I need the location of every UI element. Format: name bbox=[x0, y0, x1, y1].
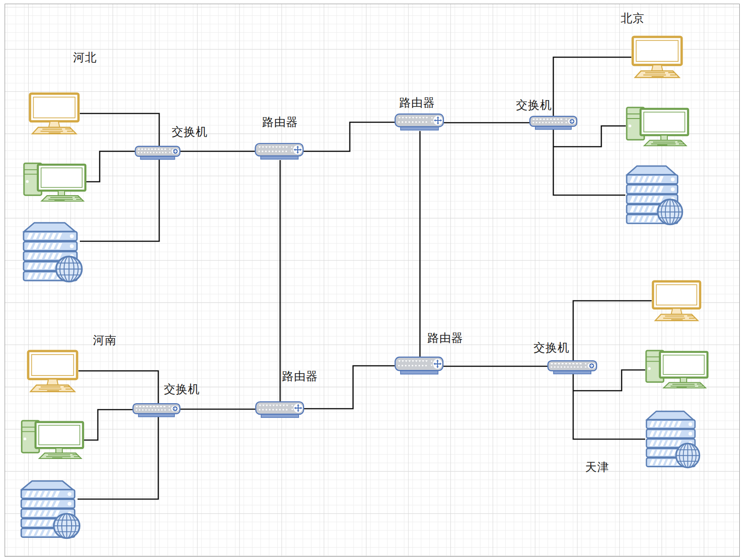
label-switch-hebei[interactable]: 交换机 bbox=[172, 125, 208, 138]
server-tianjin-icon[interactable] bbox=[647, 411, 700, 468]
label-router-top-middle[interactable]: 路由器 bbox=[399, 96, 435, 109]
desktop-screen bbox=[660, 352, 707, 378]
monitor-screen bbox=[653, 281, 700, 309]
server-led bbox=[70, 244, 74, 248]
power-led bbox=[26, 180, 29, 183]
label-router-hebei[interactable]: 路由器 bbox=[262, 115, 298, 128]
monitor-screen bbox=[30, 94, 78, 121]
desktop-stand bbox=[680, 378, 687, 383]
router-hebei-icon[interactable] bbox=[255, 143, 303, 159]
label-switch-tianjin[interactable]: 交换机 bbox=[533, 341, 569, 354]
monitor-stand bbox=[652, 65, 663, 71]
server-led bbox=[67, 492, 72, 496]
region-label-henan[interactable]: 河南 bbox=[93, 334, 117, 346]
server-unit bbox=[627, 185, 677, 194]
server-beijing-icon[interactable] bbox=[627, 166, 683, 225]
server-top bbox=[24, 223, 75, 232]
globe-icon bbox=[56, 256, 82, 282]
server-top bbox=[627, 166, 676, 175]
server-led bbox=[70, 234, 74, 238]
desktop-beijing-icon[interactable] bbox=[627, 107, 688, 146]
desktop-screen bbox=[641, 109, 688, 135]
server-top bbox=[647, 411, 694, 420]
label-switch-beijing[interactable]: 交换机 bbox=[516, 98, 552, 111]
region-label-tianjin[interactable]: 天津 bbox=[585, 460, 609, 473]
desktop-stand bbox=[56, 448, 62, 453]
monitor-hebei-icon[interactable] bbox=[30, 94, 78, 134]
monitor-stand bbox=[49, 121, 60, 127]
power-led bbox=[629, 125, 631, 127]
router-top-middle-icon[interactable] bbox=[395, 114, 443, 130]
desktop-hebei-icon[interactable] bbox=[24, 163, 85, 201]
switch-tianjin-icon[interactable] bbox=[548, 361, 597, 374]
server-led bbox=[671, 178, 675, 181]
server-unit bbox=[21, 500, 75, 508]
router-bottom-middle-icon[interactable] bbox=[395, 357, 443, 374]
desktop-screen bbox=[38, 165, 85, 191]
monitor-screen bbox=[28, 351, 77, 379]
server-top bbox=[22, 481, 73, 489]
monitor-tianjin-icon[interactable] bbox=[653, 281, 700, 321]
monitor-screen bbox=[633, 37, 682, 65]
monitor-stand bbox=[671, 309, 682, 315]
server-henan-icon[interactable] bbox=[21, 481, 79, 538]
server-led bbox=[67, 502, 72, 506]
region-label-beijing[interactable]: 北京 bbox=[621, 12, 645, 24]
server-unit bbox=[21, 490, 75, 499]
monitor-stand bbox=[47, 379, 58, 385]
monitor-beijing-icon[interactable] bbox=[633, 37, 682, 77]
server-led bbox=[671, 187, 675, 191]
server-unit bbox=[24, 242, 77, 250]
node-layer bbox=[0, 0, 743, 560]
server-unit bbox=[627, 175, 677, 184]
desktop-screen bbox=[36, 422, 83, 448]
switch-henan-icon[interactable] bbox=[133, 404, 180, 417]
desktop-stand bbox=[58, 191, 65, 196]
server-unit bbox=[647, 420, 695, 429]
router-henan-icon[interactable] bbox=[256, 402, 304, 417]
switch-beijing-icon[interactable] bbox=[530, 116, 577, 129]
label-router-bottom-middle[interactable]: 路由器 bbox=[427, 331, 463, 344]
power-led bbox=[648, 367, 651, 370]
label-switch-henan[interactable]: 交换机 bbox=[164, 382, 200, 395]
server-led bbox=[689, 432, 692, 435]
server-unit bbox=[24, 232, 77, 240]
desktop-stand bbox=[661, 135, 667, 140]
monitor-henan-icon[interactable] bbox=[28, 351, 77, 392]
desktop-tianjin-icon[interactable] bbox=[646, 351, 707, 388]
desktop-henan-icon[interactable] bbox=[22, 421, 83, 459]
switch-hebei-icon[interactable] bbox=[135, 146, 180, 159]
label-router-henan[interactable]: 路由器 bbox=[282, 369, 318, 382]
server-led bbox=[689, 423, 692, 426]
power-led bbox=[24, 438, 26, 441]
globe-icon bbox=[54, 514, 80, 538]
globe-icon bbox=[658, 199, 682, 224]
server-hebei-icon[interactable] bbox=[24, 223, 82, 282]
globe-icon bbox=[676, 443, 700, 467]
region-label-hebei[interactable]: 河北 bbox=[73, 51, 97, 64]
server-unit bbox=[647, 429, 695, 438]
